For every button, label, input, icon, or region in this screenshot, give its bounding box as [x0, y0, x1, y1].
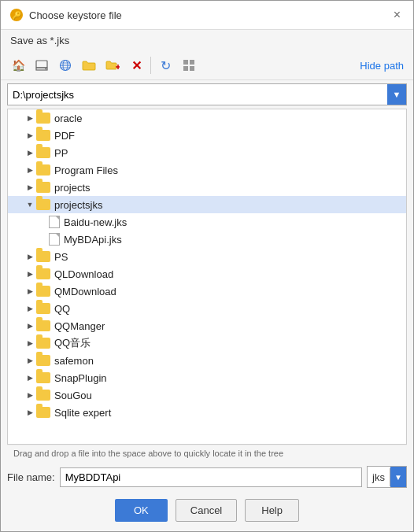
filename-input[interactable]: [60, 467, 362, 487]
toggle-qmdownload[interactable]: ▶: [24, 285, 36, 297]
tree-item-snapplugin[interactable]: ▶ SnapPlugin: [8, 369, 406, 386]
svg-rect-12: [183, 66, 188, 71]
toggle-qqmanger[interactable]: ▶: [24, 320, 36, 332]
tree-item-sqliteexpert[interactable]: ▶ Sqlite expert: [8, 404, 406, 421]
tree-item-projectsjks[interactable]: ▼ projectsjks: [8, 196, 406, 213]
tree-item-sougou[interactable]: ▶ SouGou: [8, 386, 406, 404]
folder-icon-qqmusic: [36, 338, 50, 349]
label-snapplugin: SnapPlugin: [54, 372, 403, 384]
toggle-projects[interactable]: ▶: [24, 181, 36, 194]
title-bar: 🔑 Choose keystore file ×: [1, 1, 413, 30]
dialog-title: Choose keystore file: [29, 9, 122, 21]
view-button[interactable]: [178, 54, 200, 76]
ok-button[interactable]: OK: [115, 499, 168, 522]
tree-item-qldownload[interactable]: ▶ QLDownload: [8, 265, 406, 283]
tree-item-pdf[interactable]: ▶ PDF: [8, 127, 406, 144]
globe-button[interactable]: [54, 54, 76, 76]
toggle-ps[interactable]: ▶: [24, 250, 36, 263]
toggle-projectsjks[interactable]: ▼: [24, 198, 36, 211]
tree-item-ps[interactable]: ▶ PS: [8, 248, 406, 265]
title-left: 🔑 Choose keystore file: [10, 9, 122, 21]
label-pdf: PDF: [54, 130, 403, 142]
toolbar-separator: [150, 57, 151, 74]
toggle-sougou[interactable]: ▶: [24, 389, 36, 401]
folder-icon-pdf: [36, 130, 50, 141]
refresh-button[interactable]: ↻: [154, 54, 176, 76]
tree-item-pp[interactable]: ▶ PP: [8, 144, 406, 161]
folder-icon-projectsjks: [36, 199, 50, 210]
new-folder-button[interactable]: [102, 54, 124, 76]
tree-item-programfiles[interactable]: ▶ Program Files: [8, 161, 406, 179]
delete-button[interactable]: ✕: [125, 54, 147, 76]
label-qqmusic: QQ音乐: [54, 336, 403, 350]
folder-icon-qqmanger: [36, 320, 50, 331]
path-dropdown-button[interactable]: ▼: [387, 84, 406, 105]
tree-item-projects[interactable]: ▶ projects: [8, 179, 406, 196]
drive-button[interactable]: [31, 54, 53, 76]
label-pp: PP: [54, 147, 403, 159]
close-button[interactable]: ×: [390, 7, 404, 23]
svg-rect-10: [183, 60, 188, 65]
help-button[interactable]: Help: [245, 499, 299, 522]
tree-item-qmdownload[interactable]: ▶ QMDownload: [8, 283, 406, 300]
hide-path-button[interactable]: Hide path: [357, 58, 407, 73]
toggle-qqmusic[interactable]: ▶: [24, 337, 36, 349]
tree-item-qqmusic[interactable]: ▶ QQ音乐: [8, 334, 406, 352]
tree-item-baidu-new-jks[interactable]: Baidu-new.jks: [8, 213, 406, 231]
button-row: OK Cancel Help: [1, 493, 413, 531]
cancel-button[interactable]: Cancel: [176, 499, 237, 522]
file-icon-baidu: [49, 216, 60, 228]
home-button[interactable]: 🏠: [7, 54, 29, 76]
folder-icon-pp: [36, 147, 50, 158]
label-safemon: safemon: [54, 355, 403, 367]
choose-keystore-dialog: 🔑 Choose keystore file × Save as *.jks 🏠…: [0, 0, 414, 532]
label-sougou: SouGou: [54, 390, 403, 401]
extension-label: jks: [368, 468, 390, 486]
tree-item-safemon[interactable]: ▶ safemon: [8, 352, 406, 369]
svg-rect-11: [190, 60, 194, 65]
svg-point-2: [45, 68, 46, 70]
folder-icon-qldownload: [36, 268, 50, 279]
label-qqmanger: QQManger: [54, 320, 403, 332]
folder-icon-ps: [36, 251, 50, 262]
tree-item-mybdapi-jks[interactable]: MyBDApi.jks: [8, 231, 406, 248]
save-as-label: Save as *.jks: [1, 30, 413, 51]
filename-label: File name:: [7, 471, 55, 483]
label-projectsjks: projectsjks: [54, 199, 403, 211]
file-icon-mybdapi: [49, 233, 60, 246]
file-tree: ▶ oracle ▶ PDF ▶ PP ▶ Program Files ▶ pr…: [7, 109, 407, 445]
path-input[interactable]: [8, 86, 387, 104]
folder-icon-qmdownload: [36, 286, 50, 297]
label-baidu-new-jks: Baidu-new.jks: [64, 216, 403, 228]
toggle-pdf[interactable]: ▶: [24, 129, 36, 142]
folder-icon-sqliteexpert: [36, 407, 50, 418]
label-sqliteexpert: Sqlite expert: [54, 407, 403, 419]
drag-hint: Drag and drop a file into the space abov…: [7, 445, 407, 461]
toggle-oracle[interactable]: ▶: [24, 112, 36, 124]
folder-icon-oracle: [36, 113, 50, 124]
path-bar: ▼: [7, 83, 407, 105]
label-oracle: oracle: [54, 113, 403, 124]
tree-item-qqmanger[interactable]: ▶ QQManger: [8, 317, 406, 334]
toggle-programfiles[interactable]: ▶: [24, 164, 36, 176]
toggle-qq[interactable]: ▶: [24, 302, 36, 315]
open-folder-button[interactable]: [78, 54, 100, 76]
extension-box: jks ▼: [367, 466, 407, 488]
svg-rect-0: [36, 61, 47, 68]
label-qq: QQ: [54, 303, 403, 315]
label-qldownload: QLDownload: [54, 268, 403, 280]
folder-icon-programfiles: [36, 164, 50, 175]
tree-item-qq[interactable]: ▶ QQ: [8, 300, 406, 317]
extension-dropdown-button[interactable]: ▼: [390, 467, 406, 487]
label-projects: projects: [54, 182, 403, 194]
toggle-safemon[interactable]: ▶: [24, 354, 36, 367]
toggle-snapplugin[interactable]: ▶: [24, 371, 36, 384]
tree-item-oracle[interactable]: ▶ oracle: [8, 109, 406, 127]
toggle-sqliteexpert[interactable]: ▶: [24, 406, 36, 419]
label-ps: PS: [54, 251, 403, 263]
toggle-qldownload[interactable]: ▶: [24, 268, 36, 280]
dialog-icon: 🔑: [10, 9, 23, 21]
folder-icon-sougou: [36, 390, 50, 401]
filename-row: File name: jks ▼: [1, 461, 413, 493]
toggle-pp[interactable]: ▶: [24, 146, 36, 159]
